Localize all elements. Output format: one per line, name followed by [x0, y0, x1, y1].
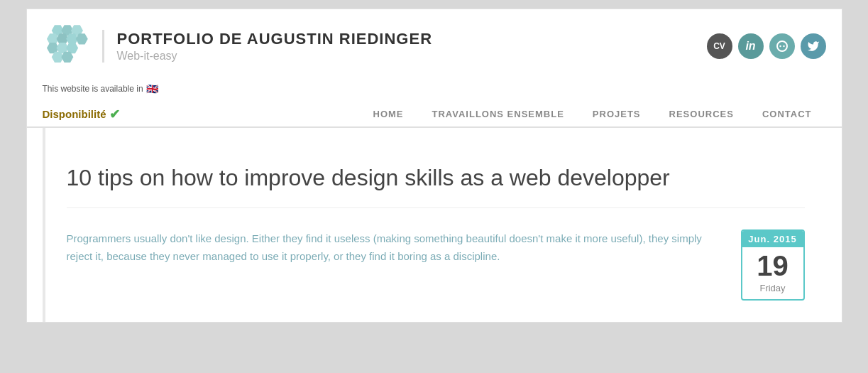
article-body-area: Programmers usually don't like design. E… — [67, 229, 805, 301]
lang-notice: This website is available in 🇬🇧 — [43, 77, 826, 99]
svg-point-14 — [783, 45, 784, 47]
availability-check-icon: ✔ — [109, 107, 120, 122]
uk-flag-icon: 🇬🇧 — [146, 83, 158, 94]
discord-icon[interactable] — [769, 33, 795, 59]
article-title: 10 tips on how to improve design skills … — [67, 142, 805, 208]
nav-contact[interactable]: CONTACT — [748, 102, 826, 126]
linkedin-icon[interactable]: in — [738, 33, 764, 59]
nav-bar: Disponibilité ✔ HOME TRAVAILLONS ENSEMBL… — [43, 102, 826, 126]
date-day-of-week: Friday — [742, 281, 803, 299]
availability-label: Disponibilité — [43, 108, 106, 120]
site-subtitle: Web-it-easy — [117, 50, 433, 63]
article-body: Programmers usually don't like design. E… — [67, 229, 727, 266]
outer-wrapper: PORTFOLIO DE AUGUSTIN RIEDINGER Web-it-e… — [0, 0, 868, 373]
content-inner: 10 tips on how to improve design skills … — [43, 128, 826, 322]
logo-area: PORTFOLIO DE AUGUSTIN RIEDINGER Web-it-e… — [43, 22, 433, 70]
site-container: PORTFOLIO DE AUGUSTIN RIEDINGER Web-it-e… — [26, 9, 842, 323]
site-title-area: PORTFOLIO DE AUGUSTIN RIEDINGER Web-it-e… — [102, 30, 433, 63]
site-title: PORTFOLIO DE AUGUSTIN RIEDINGER — [117, 30, 433, 48]
date-widget: Jun. 2015 19 Friday — [741, 229, 805, 301]
date-month: Jun. 2015 — [742, 231, 803, 247]
social-icons: CV in — [707, 33, 826, 59]
twitter-icon[interactable] — [801, 33, 826, 59]
cv-button[interactable]: CV — [707, 33, 732, 59]
header-top: PORTFOLIO DE AUGUSTIN RIEDINGER Web-it-e… — [43, 22, 826, 77]
lang-notice-text: This website is available in — [43, 84, 143, 94]
main-content: 10 tips on how to improve design skills … — [27, 128, 842, 322]
nav-travaillons[interactable]: TRAVAILLONS ENSEMBLE — [418, 102, 578, 126]
svg-point-12 — [777, 41, 787, 51]
svg-point-13 — [779, 45, 781, 47]
nav-links: HOME TRAVAILLONS ENSEMBLE PROJETS RESOUR… — [148, 102, 826, 126]
nav-resources[interactable]: RESOURCES — [655, 102, 748, 126]
availability-badge: Disponibilité ✔ — [43, 107, 120, 122]
date-day: 19 — [742, 247, 803, 281]
nav-home[interactable]: HOME — [359, 102, 418, 126]
header: PORTFOLIO DE AUGUSTIN RIEDINGER Web-it-e… — [27, 9, 842, 128]
nav-projets[interactable]: PROJETS — [578, 102, 655, 126]
hex-logo-icon — [43, 22, 91, 70]
